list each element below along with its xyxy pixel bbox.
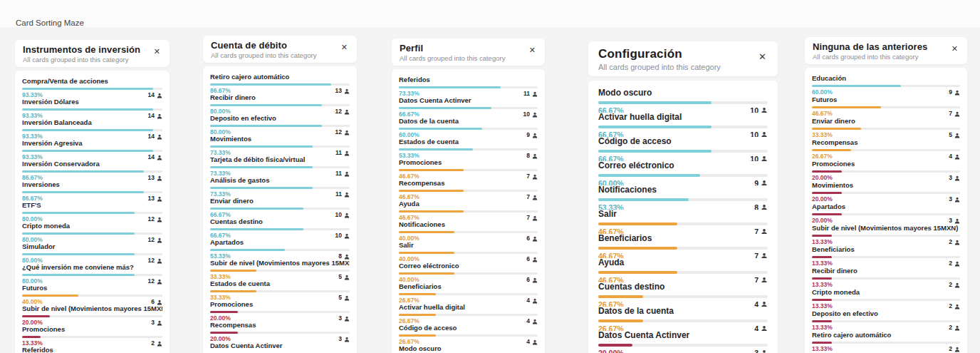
agreement-percent: 86.67%	[22, 175, 43, 181]
agreement-bar-fill	[812, 213, 842, 215]
category-column: Ninguna de las anterioresAll cards group…	[805, 37, 967, 353]
respondent-count-value: 12	[148, 216, 155, 222]
agreement-bar-fill	[399, 334, 436, 337]
card-item: Promociones46.67%7	[399, 159, 538, 180]
agreement-percent: 53.33%	[598, 204, 624, 210]
respondent-count: 5	[338, 295, 350, 301]
agreement-bar-fill	[812, 192, 842, 194]
agreement-bar-fill	[812, 320, 832, 322]
agreement-bar-fill	[22, 253, 135, 255]
agreement-bar-track	[598, 174, 768, 177]
agreement-bar-track	[22, 295, 162, 297]
close-category-button[interactable]: ✕	[528, 45, 537, 56]
agreement-percent: 53.33%	[210, 253, 231, 260]
respondent-count: 7	[949, 111, 960, 117]
card-label: Activar huella digital	[399, 304, 538, 311]
agreement-bar-track	[22, 108, 162, 111]
participants-icon	[344, 275, 350, 280]
agreement-bar-track	[598, 222, 768, 225]
category-header-card[interactable]: Instrumentos de inversiónAll cards group…	[15, 40, 170, 67]
agreement-bar-fill	[598, 174, 700, 177]
agreement-percent: 46.67%	[399, 215, 419, 221]
respondent-count: 7	[526, 215, 538, 221]
card-item-meta: 93.33%14	[22, 92, 162, 98]
respondent-count: 11	[523, 91, 538, 97]
agreement-bar-fill	[22, 150, 153, 152]
participants-icon	[157, 258, 162, 264]
card-item-meta: 26.67%4	[399, 318, 538, 324]
close-category-button[interactable]: ✕	[757, 51, 768, 63]
respondent-count-value: 9	[949, 89, 952, 96]
respondent-count-value: 9	[526, 132, 530, 138]
agreement-percent: 20.00%	[210, 336, 231, 342]
close-category-button[interactable]: ✕	[950, 44, 959, 54]
card-item-meta: 13.33%2	[812, 282, 960, 288]
agreement-percent: 86.67%	[210, 88, 231, 94]
agreement-percent: 40.00%	[399, 277, 419, 283]
agreement-bar-fill	[812, 256, 832, 258]
close-category-button[interactable]: ✕	[152, 46, 162, 57]
agreement-bar-track	[598, 198, 768, 201]
agreement-bar-fill	[399, 314, 436, 316]
agreement-percent: 93.33%	[22, 113, 43, 119]
category-subtitle: All cards grouped into this category	[813, 53, 946, 61]
card-item-meta: 46.67%7	[399, 173, 538, 180]
card-label: Inversión Conservadora	[22, 160, 162, 168]
participants-icon	[532, 277, 538, 283]
participants-icon	[157, 341, 162, 347]
agreement-percent: 20.00%	[22, 319, 43, 326]
card-item-meta: 20.00%3	[812, 175, 960, 181]
card-item: Beneficiarios26.67%4	[399, 283, 538, 304]
agreement-percent: 66.67%	[399, 111, 419, 118]
respondent-count: 10	[750, 155, 768, 162]
agreement-bar-fill	[22, 108, 153, 111]
agreement-percent: 86.67%	[22, 195, 43, 202]
category-column: Instrumentos de inversiónAll cards group…	[15, 40, 170, 353]
agreement-bar-track	[598, 126, 768, 128]
card-label: Retiro cajero automático	[210, 73, 350, 81]
agreement-bar-track	[598, 150, 768, 153]
agreement-bar-track	[210, 332, 350, 334]
respondent-count: 8	[754, 204, 768, 210]
category-header-card[interactable]: PerfilAll cards grouped into this catego…	[392, 39, 545, 66]
category-header-card[interactable]: Ninguna de las anterioresAll cards group…	[805, 37, 967, 64]
agreement-bar-fill	[210, 249, 285, 251]
agreement-bar-track	[399, 107, 538, 109]
agreement-percent: 26.67%	[399, 339, 419, 345]
category-header-card[interactable]: Cuenta de débitoAll cards grouped into t…	[203, 36, 357, 63]
agreement-bar-fill	[812, 106, 881, 108]
agreement-bar-fill	[598, 344, 632, 347]
agreement-bar-track	[22, 191, 162, 193]
agreement-bar-track	[399, 334, 538, 337]
agreement-bar-track	[210, 145, 350, 148]
agreement-bar-fill	[210, 208, 303, 210]
respondent-count: 7	[754, 252, 768, 259]
respondent-count-value: 14	[148, 133, 155, 140]
close-category-button[interactable]: ✕	[340, 42, 349, 53]
participants-icon	[532, 195, 538, 200]
card-item-meta: 73.33%11	[210, 191, 350, 198]
agreement-percent: 46.67%	[598, 252, 624, 259]
respondent-count-value: 3	[338, 315, 342, 322]
card-item: Tarjeta de débito fisica/virtual73.33%11	[210, 156, 350, 177]
respondent-count: 10	[335, 212, 350, 218]
agreement-bar-track	[399, 148, 538, 150]
card-label: Modo oscuro	[598, 88, 768, 98]
agreement-percent: 20.00%	[812, 218, 833, 224]
agreement-percent: 60.00%	[399, 132, 419, 138]
respondent-count-value: 12	[148, 257, 155, 264]
participants-icon	[954, 347, 960, 352]
respondent-count-value: 11	[523, 91, 530, 97]
category-header-card[interactable]: ConfiguraciónAll cards grouped into this…	[588, 41, 778, 76]
card-item: Subir de nivel (Movimientos mayores 15MX…	[22, 305, 162, 326]
agreement-bar-fill	[399, 128, 482, 130]
card-label: Análisis de gastos	[210, 177, 350, 184]
agreement-bar-fill	[812, 299, 832, 301]
card-item-meta: 46.67%7	[812, 111, 960, 117]
respondent-count-value: 2	[949, 346, 952, 352]
participants-icon	[344, 213, 350, 218]
agreement-percent: 73.33%	[210, 170, 231, 177]
card-item: Código de acceso66.67%10	[598, 137, 768, 161]
card-item-meta: 20.00%3	[210, 336, 350, 342]
agreement-percent: 46.67%	[399, 173, 419, 180]
